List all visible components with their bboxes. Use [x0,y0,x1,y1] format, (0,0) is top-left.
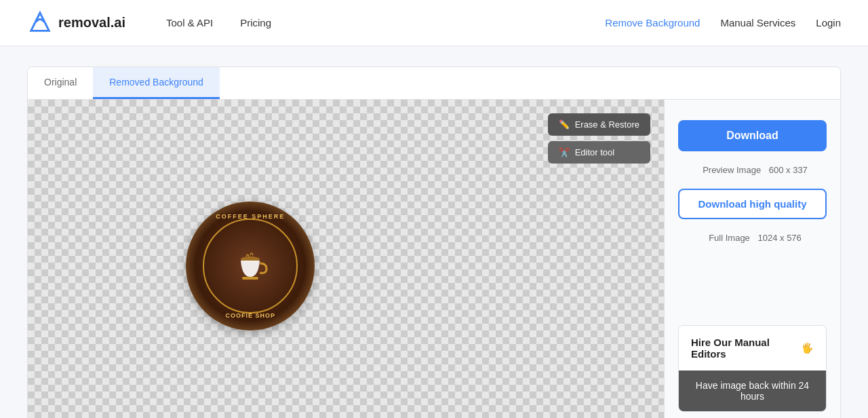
coffee-circle-outer: COFFEE SPHERE COOFIE SHOP [186,202,315,330]
coffee-circle-inner: COFFEE SPHERE COOFIE SHOP [203,218,298,314]
manual-editors-card[interactable]: Hire Our Manual Editors 🖐️ Have image ba… [678,325,827,412]
download-hq-button[interactable]: Download high quality [678,189,827,219]
image-preview: COFFEE SPHERE COOFIE SHOP [182,198,318,334]
hand-emoji: 🖐️ [801,342,814,354]
content-wrapper: Original Removed Background COFFEE SPHER… [27,66,841,418]
manual-card-top: Hire Our Manual Editors 🖐️ [679,326,826,370]
logo-text: removal.ai [58,15,125,31]
header-right: Remove Background Manual Services Login [605,17,841,28]
full-info: Full Image 1024 x 576 [678,233,827,243]
svg-rect-1 [242,277,258,280]
nav-tool-api[interactable]: Tool & API [166,17,213,28]
tab-original[interactable]: Original [28,67,93,99]
logo[interactable]: removal.ai [27,10,125,36]
coffee-cup-svg [230,246,271,286]
logo-icon [27,10,53,36]
canvas-area[interactable]: COFFEE SPHERE COOFIE SHOP [28,100,664,418]
sidebar: Download Preview Image 600 x 337 Downloa… [664,100,840,418]
main-nav: Tool & API Pricing [166,17,605,28]
download-button[interactable]: Download [678,120,827,151]
manual-card-bottom: Have image back within 24 hours [679,370,826,411]
editor-tool-button[interactable]: ✂️ Editor tool [548,141,650,164]
tabs-bar: Original Removed Background [28,67,840,100]
eraser-icon: ✏️ [559,119,570,130]
nav-login[interactable]: Login [816,17,841,28]
preview-info: Preview Image 600 x 337 [678,165,827,175]
coffee-text-top: COFFEE SPHERE [204,213,296,220]
tab-removed-background[interactable]: Removed Background [93,67,220,99]
nav-remove-background[interactable]: Remove Background [605,17,700,28]
editor-icon: ✂️ [559,147,570,157]
erase-restore-button[interactable]: ✏️ Erase & Restore [548,113,650,136]
nav-pricing[interactable]: Pricing [240,17,271,28]
editor-area: COFFEE SPHERE COOFIE SHOP [28,100,840,418]
floating-toolbar: ✏️ Erase & Restore ✂️ Editor tool [548,113,650,164]
nav-manual-services[interactable]: Manual Services [720,17,795,28]
main-container: Original Removed Background COFFEE SPHER… [0,46,868,418]
coffee-text-bottom: COOFIE SHOP [204,312,296,319]
header: removal.ai Tool & API Pricing Remove Bac… [0,0,868,46]
